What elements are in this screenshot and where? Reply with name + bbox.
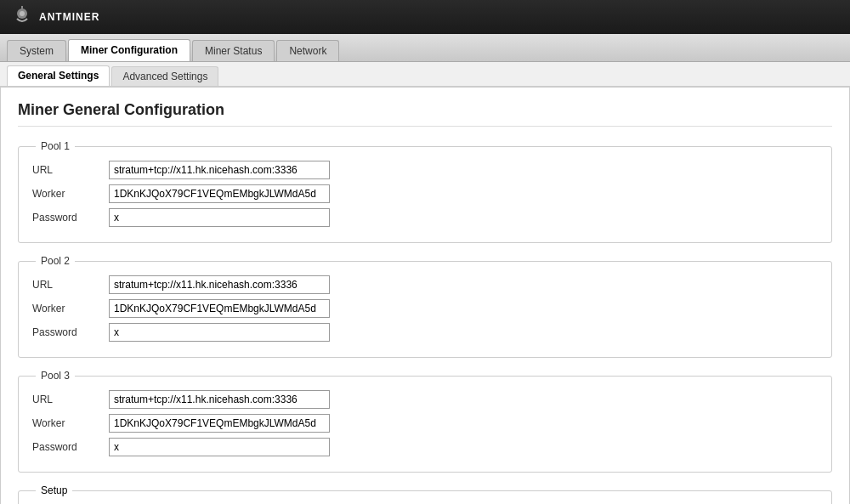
pool-1-worker-row: Worker <box>32 184 818 203</box>
antminer-logo-icon <box>10 5 34 29</box>
setup-legend: Setup <box>36 484 72 496</box>
pool-2-url-row: URL <box>32 275 818 294</box>
pool-3-group: Pool 3 URL Worker Password <box>18 370 832 473</box>
pool-3-worker-label: Worker <box>32 417 109 429</box>
page-title: Miner General Configuration <box>18 101 832 127</box>
pool-2-url-label: URL <box>32 279 109 291</box>
logo-area: ANTMINER <box>10 5 99 29</box>
pool-3-password-input[interactable] <box>109 438 330 456</box>
pool-2-legend: Pool 2 <box>36 255 75 267</box>
sub-tab-bar: General Settings Advanced Settings <box>0 62 850 87</box>
pool-2-password-row: Password <box>32 323 818 342</box>
setup-group: Setup Customize the fan speed percentage… <box>18 484 832 504</box>
sub-tab-advanced-settings[interactable]: Advanced Settings <box>111 66 218 86</box>
main-content: Miner General Configuration Pool 1 URL W… <box>0 87 850 504</box>
sub-tab-general-settings[interactable]: General Settings <box>7 65 110 86</box>
pool-3-url-input[interactable] <box>109 390 330 409</box>
pool-1-url-label: URL <box>32 164 109 176</box>
pool-2-password-label: Password <box>32 326 109 338</box>
pool-1-legend: Pool 1 <box>36 140 75 152</box>
pool-1-worker-label: Worker <box>32 188 109 200</box>
pool-3-worker-input[interactable] <box>109 414 330 433</box>
pool-2-worker-row: Worker <box>32 299 818 318</box>
pool-1-url-row: URL <box>32 161 818 179</box>
logo-text: ANTMINER <box>39 11 99 23</box>
pool-3-password-row: Password <box>32 438 818 456</box>
svg-point-1 <box>20 11 25 16</box>
pool-3-url-row: URL <box>32 390 818 409</box>
pool-3-worker-row: Worker <box>32 414 818 433</box>
pool-1-password-row: Password <box>32 208 818 227</box>
pool-3-password-label: Password <box>32 441 109 453</box>
tab-bar: System Miner Configuration Miner Status … <box>0 34 850 62</box>
pool-1-group: Pool 1 URL Worker Password <box>18 140 832 243</box>
pool-2-url-input[interactable] <box>109 275 330 294</box>
pool-2-group: Pool 2 URL Worker Password <box>18 255 832 358</box>
pool-1-worker-input[interactable] <box>109 184 330 203</box>
pool-3-legend: Pool 3 <box>36 370 75 382</box>
pool-1-password-input[interactable] <box>109 208 330 227</box>
pool-2-worker-input[interactable] <box>109 299 330 318</box>
pool-2-password-input[interactable] <box>109 323 330 342</box>
tab-miner-status[interactable]: Miner Status <box>192 40 275 61</box>
tab-miner-config[interactable]: Miner Configuration <box>68 39 190 61</box>
pool-1-url-input[interactable] <box>109 161 330 179</box>
tab-system[interactable]: System <box>7 40 66 61</box>
tab-network[interactable]: Network <box>276 40 339 61</box>
pool-3-url-label: URL <box>32 394 109 405</box>
pool-2-worker-label: Worker <box>32 303 109 314</box>
top-bar: ANTMINER <box>0 0 850 34</box>
pool-1-password-label: Password <box>32 212 109 224</box>
